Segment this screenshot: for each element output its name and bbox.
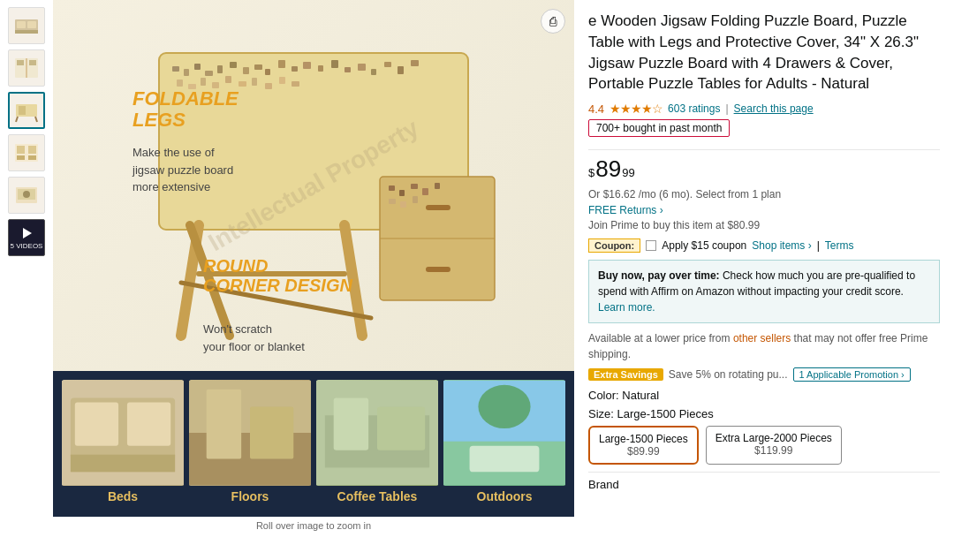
- svg-rect-40: [398, 66, 404, 74]
- svg-rect-24: [194, 64, 201, 70]
- svg-rect-50: [279, 77, 285, 84]
- thumbnail-video[interactable]: 5 VIDEOS: [8, 219, 45, 256]
- svg-rect-44: [201, 78, 206, 86]
- promotions-link[interactable]: 1 Applicable Promotion ›: [793, 367, 911, 382]
- svg-rect-35: [331, 60, 338, 68]
- thumbnail-3[interactable]: [8, 92, 45, 129]
- color-value: Natural: [622, 389, 659, 402]
- brand-label: Brand: [588, 478, 619, 491]
- shop-items-link[interactable]: Shop items ›: [752, 239, 811, 252]
- scene-outdoors[interactable]: Outdoors: [443, 380, 565, 508]
- coupon-label: Coupon:: [588, 238, 640, 253]
- svg-rect-26: [217, 65, 223, 73]
- terms-link[interactable]: Terms: [825, 239, 854, 252]
- available-text-start: Available at a lower price from: [588, 332, 731, 344]
- ratings-count[interactable]: 603 ratings: [668, 102, 720, 115]
- free-returns-text: FREE Returns: [588, 204, 656, 216]
- thumbnail-strip: 5 VIDEOS: [0, 0, 53, 560]
- svg-rect-56: [389, 185, 395, 191]
- outdoors-image: [443, 380, 565, 486]
- svg-rect-14: [28, 146, 36, 154]
- svg-rect-48: [252, 78, 257, 86]
- svg-line-9: [16, 117, 18, 122]
- coffee-tables-image: [316, 380, 438, 486]
- thumbnail-1[interactable]: [8, 7, 45, 44]
- search-page-link[interactable]: Search this page: [734, 102, 814, 115]
- divider-dot: |: [725, 102, 728, 115]
- floors-label: Floors: [189, 489, 311, 503]
- scene-coffee-tables[interactable]: Coffee Tables: [316, 380, 438, 508]
- svg-rect-31: [278, 60, 285, 68]
- extra-savings-text: Save 5% on rotating pu...: [669, 368, 788, 381]
- svg-rect-32: [292, 66, 298, 72]
- svg-rect-22: [172, 66, 179, 72]
- svg-rect-85: [470, 446, 540, 473]
- coupon-row: Coupon: Apply $15 coupon Shop items › | …: [588, 238, 940, 253]
- floors-image: [189, 380, 311, 486]
- svg-rect-38: [371, 69, 376, 75]
- size-option-large-price: $89.99: [599, 445, 688, 458]
- svg-rect-25: [205, 71, 213, 76]
- svg-rect-6: [17, 60, 24, 65]
- roll-over-text: Roll over image to zoom in: [53, 517, 574, 534]
- scene-strip: Beds Floors Coff: [53, 371, 574, 517]
- round-corner-description: Won't scratch your floor or blanket: [203, 321, 305, 355]
- size-label: Size:: [588, 407, 614, 420]
- coupon-checkbox[interactable]: [646, 240, 656, 251]
- video-count-label: 5 VIDEOS: [11, 242, 43, 250]
- rating-row: 4.4 ★★★★☆ 603 ratings | Search this page: [588, 102, 940, 116]
- extra-savings-row: Extra Savings Save 5% on rotating pu... …: [588, 367, 940, 382]
- foldable-description: Make the use of jigsaw puzzle board more…: [132, 144, 233, 196]
- svg-rect-61: [389, 199, 396, 204]
- size-option-xl[interactable]: Extra Large-2000 Pieces $119.99: [706, 426, 842, 465]
- svg-rect-63: [413, 196, 418, 203]
- size-option-large-name: Large-1500 Pieces: [599, 433, 688, 445]
- svg-rect-71: [75, 403, 118, 446]
- product-main-image: ⎙: [53, 0, 574, 371]
- size-row: Size: Large-1500 Pieces: [588, 407, 940, 420]
- free-returns-link[interactable]: FREE Returns ›: [588, 204, 940, 216]
- thumbnail-4[interactable]: [8, 134, 45, 171]
- outdoors-label: Outdoors: [443, 489, 565, 503]
- product-illustration: [53, 0, 574, 371]
- size-option-large[interactable]: Large-1500 Pieces $89.99: [588, 426, 699, 465]
- svg-rect-16: [28, 155, 36, 160]
- round-corner-heading: ROUND CORNER DESIGN: [203, 256, 352, 295]
- scene-beds[interactable]: Beds: [62, 380, 184, 508]
- svg-rect-58: [411, 184, 418, 189]
- svg-rect-51: [292, 81, 299, 87]
- size-option-xl-name: Extra Large-2000 Pieces: [716, 432, 832, 444]
- svg-rect-1: [15, 30, 38, 34]
- svg-rect-37: [358, 64, 366, 71]
- size-value: Large-1500 Pieces: [617, 407, 714, 420]
- svg-rect-41: [411, 60, 419, 66]
- scene-floors[interactable]: Floors: [189, 380, 311, 508]
- svg-rect-76: [207, 390, 241, 459]
- size-option-xl-price: $119.99: [716, 444, 832, 457]
- svg-rect-81: [377, 406, 425, 450]
- svg-rect-80: [334, 398, 368, 450]
- thumbnail-2[interactable]: [8, 49, 45, 87]
- svg-rect-39: [384, 62, 391, 67]
- svg-rect-13: [17, 146, 25, 154]
- thumbnail-5[interactable]: [8, 177, 45, 214]
- affirm-learn-more[interactable]: Learn more.: [598, 301, 655, 314]
- svg-rect-47: [238, 81, 246, 87]
- svg-marker-20: [23, 228, 32, 238]
- svg-rect-7: [29, 60, 36, 65]
- product-info-panel: e Wooden Jigsaw Folding Puzzle Board, Pu…: [574, 0, 954, 560]
- svg-rect-36: [344, 67, 351, 72]
- other-sellers-link[interactable]: other sellers: [733, 332, 791, 344]
- extra-savings-badge: Extra Savings: [588, 368, 663, 381]
- price-display: $ 89 99: [588, 155, 940, 183]
- svg-rect-55: [426, 267, 450, 272]
- coupon-apply-text[interactable]: Apply $15 coupon: [662, 239, 746, 252]
- svg-rect-54: [426, 205, 450, 210]
- pipe-separator: |: [817, 239, 820, 252]
- svg-rect-77: [250, 406, 293, 458]
- foldable-heading: FOLDABLE LEGS: [132, 88, 238, 131]
- beds-image: [62, 380, 184, 486]
- svg-rect-33: [303, 62, 311, 69]
- svg-rect-49: [265, 83, 272, 89]
- price-symbol: $: [588, 166, 594, 179]
